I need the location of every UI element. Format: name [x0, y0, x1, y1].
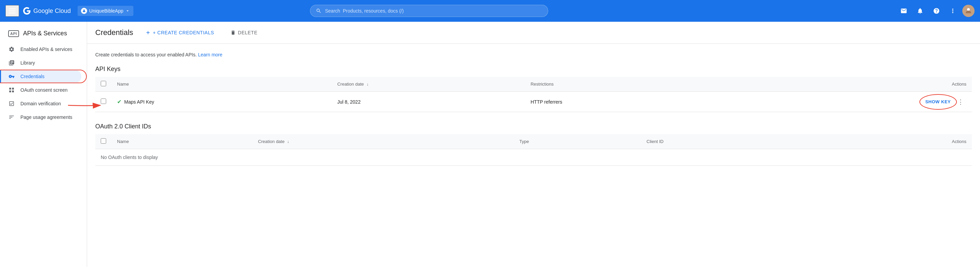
- oauth-actions-header: Actions: [814, 134, 972, 149]
- project-name: UniqueBibleApp: [89, 8, 123, 14]
- google-cloud-logo[interactable]: Google Cloud: [23, 7, 71, 14]
- oauth-date-header: Creation date ↓: [253, 134, 514, 149]
- page-header: Credentials + CREATE CREDENTIALS DELETE: [87, 22, 980, 44]
- oauth-checkbox-header: [95, 134, 111, 149]
- delete-icon: [231, 30, 236, 35]
- oauth-section-title: OAuth 2.0 Client IDs: [95, 123, 972, 130]
- sidebar-item-enabled-apis[interactable]: Enabled APIs & services: [0, 43, 81, 56]
- main-content: Credentials + CREATE CREDENTIALS DELETE …: [87, 22, 980, 267]
- sort-icon: ↓: [366, 82, 369, 87]
- google-logo-icon: [23, 7, 30, 14]
- oauth-type-header: Type: [514, 134, 641, 149]
- content-body: Create credentials to access your enable…: [87, 44, 980, 174]
- sidebar-item-label: Credentials: [21, 74, 45, 79]
- plus-icon: [145, 30, 151, 35]
- api-key-row: ✔ Maps API Key Jul 8, 2022 HTTP referrer…: [95, 92, 972, 112]
- checkbox-icon: [8, 100, 15, 107]
- sidebar-item-label: Library: [21, 60, 35, 66]
- oauth-no-data-row: No OAuth clients to display: [95, 149, 972, 166]
- sidebar-item-label: Domain verification: [21, 101, 61, 106]
- email-icon-btn[interactable]: [897, 4, 911, 18]
- logo-text: Google Cloud: [33, 8, 71, 14]
- sidebar-item-label: Page usage agreements: [21, 114, 73, 120]
- api-keys-table: Name Creation date ↓ Restrictions Action…: [95, 77, 972, 112]
- notifications-icon-btn[interactable]: [913, 4, 927, 18]
- oauth-select-all-checkbox[interactable]: [101, 138, 106, 144]
- oauth-client-id-header: Client ID: [641, 134, 814, 149]
- grid-icon: [8, 87, 15, 93]
- oauth-table: Name Creation date ↓ Type Client ID: [95, 134, 972, 166]
- help-icon-btn[interactable]: [930, 4, 943, 18]
- oauth-name-header: Name: [111, 134, 253, 149]
- search-icon: [316, 8, 321, 14]
- api-keys-checkbox-header: [95, 77, 111, 92]
- status-icon: ✔: [117, 98, 121, 105]
- library-icon: [8, 60, 15, 66]
- top-navigation: Google Cloud UniqueBibleApp: [0, 0, 980, 22]
- svg-point-1: [967, 8, 970, 11]
- intro-text: Create credentials to access your enable…: [95, 52, 972, 57]
- page-title: Credentials: [95, 28, 133, 37]
- oauth-sort-icon: ↓: [287, 139, 289, 144]
- search-bar[interactable]: [310, 5, 548, 17]
- api-key-actions-cell: SHOW KEY ⋮: [721, 92, 972, 112]
- oauth-no-data-cell: No OAuth clients to display: [95, 149, 972, 166]
- api-key-row-checkbox[interactable]: [101, 98, 106, 104]
- api-keys-select-all-checkbox[interactable]: [101, 81, 106, 86]
- api-key-more-button[interactable]: ⋮: [955, 97, 966, 107]
- nav-icons: [897, 4, 975, 18]
- more-options-icon-btn[interactable]: [946, 4, 959, 18]
- project-icon: [81, 8, 87, 14]
- api-key-date-cell: Jul 8, 2022: [332, 92, 525, 112]
- api-badge: API: [8, 30, 19, 37]
- sidebar: API APIs & Services Enabled APIs & servi…: [0, 22, 87, 267]
- api-keys-date-header: Creation date ↓: [332, 77, 525, 92]
- api-key-actions: SHOW KEY ⋮: [726, 96, 966, 107]
- avatar[interactable]: [962, 5, 975, 17]
- oauth-table-header-row: Name Creation date ↓ Type Client ID: [95, 134, 972, 149]
- sidebar-title: APIs & Services: [23, 30, 67, 37]
- hamburger-menu[interactable]: [5, 5, 19, 17]
- show-key-button[interactable]: SHOW KEY: [923, 96, 953, 107]
- search-input[interactable]: [325, 8, 542, 14]
- learn-more-link[interactable]: Learn more: [198, 52, 223, 57]
- key-icon: [8, 73, 15, 80]
- api-key-name: Maps API Key: [124, 99, 154, 104]
- create-credentials-label: + CREATE CREDENTIALS: [153, 30, 214, 35]
- delete-label: DELETE: [238, 30, 257, 35]
- api-key-name-cell: ✔ Maps API Key: [111, 92, 332, 112]
- sidebar-item-library[interactable]: Library: [0, 56, 81, 70]
- svg-point-0: [83, 9, 85, 11]
- sidebar-item-domain-verification[interactable]: Domain verification: [0, 97, 81, 111]
- sidebar-item-label: Enabled APIs & services: [21, 47, 73, 52]
- sidebar-header: API APIs & Services: [0, 27, 87, 43]
- settings-icon: [8, 46, 15, 53]
- show-key-wrapper: SHOW KEY: [923, 96, 953, 107]
- api-keys-table-header-row: Name Creation date ↓ Restrictions Action…: [95, 77, 972, 92]
- main-layout: API APIs & Services Enabled APIs & servi…: [0, 22, 980, 267]
- sidebar-item-oauth-consent[interactable]: OAuth consent screen: [0, 83, 81, 97]
- api-key-restrictions-cell: HTTP referrers: [525, 92, 721, 112]
- api-keys-section-title: API Keys: [95, 66, 972, 73]
- api-key-checkbox-cell: [95, 92, 111, 112]
- sidebar-item-label: OAuth consent screen: [21, 87, 68, 93]
- create-credentials-button[interactable]: + CREATE CREDENTIALS: [141, 27, 218, 38]
- chevron-down-icon: [125, 8, 130, 13]
- sidebar-item-page-usage[interactable]: Page usage agreements: [0, 111, 81, 124]
- page-usage-icon: [8, 114, 15, 121]
- api-keys-actions-header: Actions: [721, 77, 972, 92]
- delete-button[interactable]: DELETE: [226, 27, 261, 38]
- api-keys-name-header: Name: [111, 77, 332, 92]
- project-selector[interactable]: UniqueBibleApp: [78, 6, 134, 16]
- sidebar-item-credentials[interactable]: Credentials: [0, 70, 81, 83]
- api-keys-restrictions-header: Restrictions: [525, 77, 721, 92]
